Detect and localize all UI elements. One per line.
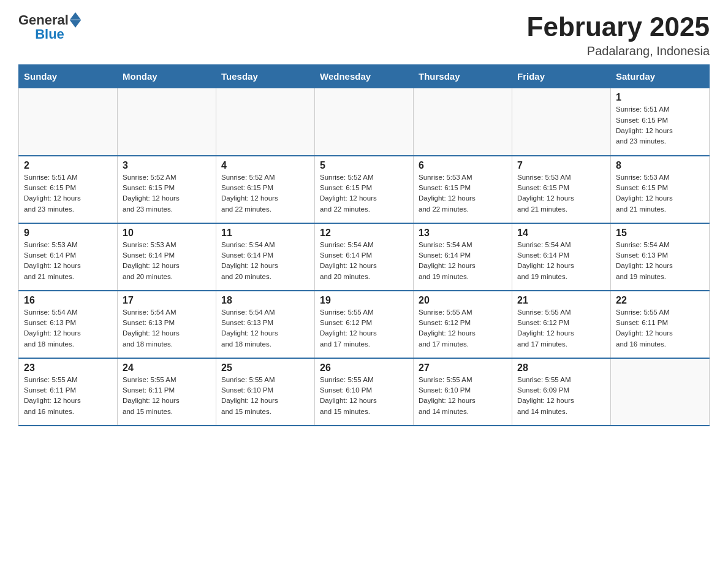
day-info: Sunrise: 5:55 AM Sunset: 6:11 PM Dayligh… xyxy=(123,375,211,417)
day-cell: 10Sunrise: 5:53 AM Sunset: 6:14 PM Dayli… xyxy=(118,223,216,291)
day-cell: 7Sunrise: 5:53 AM Sunset: 6:15 PM Daylig… xyxy=(512,156,611,223)
title-block: February 2025 Padalarang, Indonesia xyxy=(527,12,710,58)
day-number: 2 xyxy=(24,160,112,171)
calendar-body: 1Sunrise: 5:51 AM Sunset: 6:15 PM Daylig… xyxy=(19,88,710,426)
day-info: Sunrise: 5:55 AM Sunset: 6:11 PM Dayligh… xyxy=(616,307,704,350)
day-cell: 8Sunrise: 5:53 AM Sunset: 6:15 PM Daylig… xyxy=(611,156,710,223)
day-cell: 28Sunrise: 5:55 AM Sunset: 6:09 PM Dayli… xyxy=(512,358,611,426)
day-number: 28 xyxy=(517,362,605,373)
day-number: 10 xyxy=(123,228,211,239)
page-header: General Blue February 2025 Padalarang, I… xyxy=(18,12,710,58)
day-number: 5 xyxy=(320,160,408,171)
day-number: 20 xyxy=(419,295,507,306)
day-cell: 24Sunrise: 5:55 AM Sunset: 6:11 PM Dayli… xyxy=(118,358,216,426)
day-info: Sunrise: 5:54 AM Sunset: 6:14 PM Dayligh… xyxy=(419,240,507,282)
day-info: Sunrise: 5:54 AM Sunset: 6:14 PM Dayligh… xyxy=(221,240,309,282)
day-cell: 27Sunrise: 5:55 AM Sunset: 6:10 PM Dayli… xyxy=(414,358,512,426)
calendar-title: February 2025 xyxy=(527,12,710,42)
day-cell xyxy=(611,358,710,426)
day-cell xyxy=(414,88,512,156)
day-cell xyxy=(315,88,414,156)
day-number: 4 xyxy=(221,160,309,171)
day-cell: 4Sunrise: 5:52 AM Sunset: 6:15 PM Daylig… xyxy=(216,156,315,223)
logo: General Blue xyxy=(18,12,81,41)
day-number: 26 xyxy=(320,362,408,373)
day-info: Sunrise: 5:53 AM Sunset: 6:14 PM Dayligh… xyxy=(24,240,112,282)
col-wednesday: Wednesday xyxy=(315,65,414,88)
day-cell xyxy=(216,88,315,156)
day-info: Sunrise: 5:54 AM Sunset: 6:13 PM Dayligh… xyxy=(221,307,309,350)
day-cell: 13Sunrise: 5:54 AM Sunset: 6:14 PM Dayli… xyxy=(414,223,512,291)
day-info: Sunrise: 5:52 AM Sunset: 6:15 PM Dayligh… xyxy=(221,172,309,215)
day-info: Sunrise: 5:51 AM Sunset: 6:15 PM Dayligh… xyxy=(24,172,112,215)
day-info: Sunrise: 5:54 AM Sunset: 6:14 PM Dayligh… xyxy=(320,240,408,282)
day-info: Sunrise: 5:54 AM Sunset: 6:14 PM Dayligh… xyxy=(517,240,605,282)
day-number: 7 xyxy=(517,160,605,171)
day-cell xyxy=(512,88,611,156)
week-row-2: 2Sunrise: 5:51 AM Sunset: 6:15 PM Daylig… xyxy=(19,156,710,223)
day-cell: 11Sunrise: 5:54 AM Sunset: 6:14 PM Dayli… xyxy=(216,223,315,291)
day-cell: 1Sunrise: 5:51 AM Sunset: 6:15 PM Daylig… xyxy=(611,88,710,156)
day-cell: 18Sunrise: 5:54 AM Sunset: 6:13 PM Dayli… xyxy=(216,291,315,358)
day-number: 13 xyxy=(419,228,507,239)
day-info: Sunrise: 5:53 AM Sunset: 6:15 PM Dayligh… xyxy=(419,172,507,215)
day-info: Sunrise: 5:54 AM Sunset: 6:13 PM Dayligh… xyxy=(616,240,704,282)
header-row: Sunday Monday Tuesday Wednesday Thursday… xyxy=(19,65,710,88)
day-cell: 12Sunrise: 5:54 AM Sunset: 6:14 PM Dayli… xyxy=(315,223,414,291)
day-cell xyxy=(118,88,216,156)
day-info: Sunrise: 5:54 AM Sunset: 6:13 PM Dayligh… xyxy=(24,307,112,350)
day-number: 19 xyxy=(320,295,408,306)
day-cell: 22Sunrise: 5:55 AM Sunset: 6:11 PM Dayli… xyxy=(611,291,710,358)
day-number: 23 xyxy=(24,362,112,373)
day-info: Sunrise: 5:51 AM Sunset: 6:15 PM Dayligh… xyxy=(616,104,704,147)
day-number: 12 xyxy=(320,228,408,239)
day-info: Sunrise: 5:53 AM Sunset: 6:14 PM Dayligh… xyxy=(123,240,211,282)
day-info: Sunrise: 5:52 AM Sunset: 6:15 PM Dayligh… xyxy=(123,172,211,215)
col-thursday: Thursday xyxy=(414,65,512,88)
day-cell: 19Sunrise: 5:55 AM Sunset: 6:12 PM Dayli… xyxy=(315,291,414,358)
day-info: Sunrise: 5:55 AM Sunset: 6:10 PM Dayligh… xyxy=(320,375,408,417)
col-sunday: Sunday xyxy=(19,65,118,88)
day-number: 8 xyxy=(616,160,704,171)
logo-blue: Blue xyxy=(35,26,64,42)
day-cell: 3Sunrise: 5:52 AM Sunset: 6:15 PM Daylig… xyxy=(118,156,216,223)
day-info: Sunrise: 5:54 AM Sunset: 6:13 PM Dayligh… xyxy=(123,307,211,350)
day-number: 22 xyxy=(616,295,704,306)
day-info: Sunrise: 5:55 AM Sunset: 6:10 PM Dayligh… xyxy=(221,375,309,417)
day-info: Sunrise: 5:53 AM Sunset: 6:15 PM Dayligh… xyxy=(616,172,704,215)
day-info: Sunrise: 5:55 AM Sunset: 6:09 PM Dayligh… xyxy=(517,375,605,417)
day-cell: 14Sunrise: 5:54 AM Sunset: 6:14 PM Dayli… xyxy=(512,223,611,291)
day-cell: 25Sunrise: 5:55 AM Sunset: 6:10 PM Dayli… xyxy=(216,358,315,426)
day-cell: 15Sunrise: 5:54 AM Sunset: 6:13 PM Dayli… xyxy=(611,223,710,291)
day-info: Sunrise: 5:55 AM Sunset: 6:12 PM Dayligh… xyxy=(320,307,408,350)
col-saturday: Saturday xyxy=(611,65,710,88)
logo-general: General xyxy=(18,13,69,27)
day-number: 11 xyxy=(221,228,309,239)
day-cell: 21Sunrise: 5:55 AM Sunset: 6:12 PM Dayli… xyxy=(512,291,611,358)
day-cell: 9Sunrise: 5:53 AM Sunset: 6:14 PM Daylig… xyxy=(19,223,118,291)
day-number: 15 xyxy=(616,228,704,239)
day-info: Sunrise: 5:53 AM Sunset: 6:15 PM Dayligh… xyxy=(517,172,605,215)
day-number: 16 xyxy=(24,295,112,306)
col-monday: Monday xyxy=(118,65,216,88)
day-number: 27 xyxy=(419,362,507,373)
day-cell: 2Sunrise: 5:51 AM Sunset: 6:15 PM Daylig… xyxy=(19,156,118,223)
day-number: 1 xyxy=(616,92,704,103)
day-cell: 23Sunrise: 5:55 AM Sunset: 6:11 PM Dayli… xyxy=(19,358,118,426)
day-number: 25 xyxy=(221,362,309,373)
calendar-table: Sunday Monday Tuesday Wednesday Thursday… xyxy=(18,64,710,426)
day-cell: 6Sunrise: 5:53 AM Sunset: 6:15 PM Daylig… xyxy=(414,156,512,223)
day-number: 17 xyxy=(123,295,211,306)
week-row-3: 9Sunrise: 5:53 AM Sunset: 6:14 PM Daylig… xyxy=(19,223,710,291)
day-info: Sunrise: 5:55 AM Sunset: 6:12 PM Dayligh… xyxy=(419,307,507,350)
day-info: Sunrise: 5:55 AM Sunset: 6:10 PM Dayligh… xyxy=(419,375,507,417)
col-tuesday: Tuesday xyxy=(216,65,315,88)
day-cell: 16Sunrise: 5:54 AM Sunset: 6:13 PM Dayli… xyxy=(19,291,118,358)
day-info: Sunrise: 5:55 AM Sunset: 6:11 PM Dayligh… xyxy=(24,375,112,417)
day-number: 21 xyxy=(517,295,605,306)
day-cell: 26Sunrise: 5:55 AM Sunset: 6:10 PM Dayli… xyxy=(315,358,414,426)
day-number: 3 xyxy=(123,160,211,171)
day-info: Sunrise: 5:52 AM Sunset: 6:15 PM Dayligh… xyxy=(320,172,408,215)
day-cell: 17Sunrise: 5:54 AM Sunset: 6:13 PM Dayli… xyxy=(118,291,216,358)
week-row-1: 1Sunrise: 5:51 AM Sunset: 6:15 PM Daylig… xyxy=(19,88,710,156)
